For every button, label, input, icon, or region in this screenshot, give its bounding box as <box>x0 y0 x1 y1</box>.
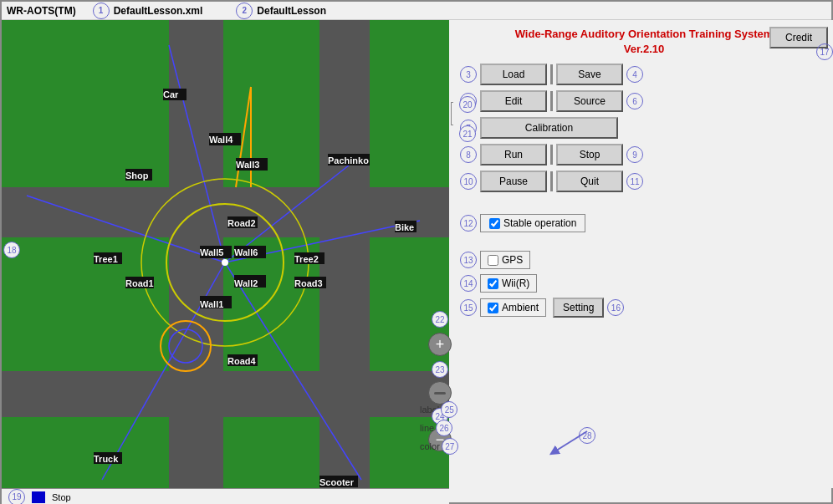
svg-text:Road4: Road4 <box>227 356 257 366</box>
num-13: 13 <box>460 252 477 268</box>
quit-button[interactable]: Quit <box>556 171 623 192</box>
num-12: 12 <box>460 215 477 232</box>
num-4: 4 <box>626 66 643 83</box>
svg-text:Wall6: Wall6 <box>234 247 258 257</box>
num-21: 21 <box>459 125 476 142</box>
map-svg: Car Shop Wall4 Wall3 Wall5 Wall6 Wall1 W… <box>2 20 449 488</box>
svg-text:Road1: Road1 <box>125 278 154 288</box>
title-bar: WR-AOTS(TM) 1 DefaultLesson.xml 2 Defaul… <box>2 2 831 20</box>
num-11: 11 <box>626 173 643 190</box>
gps-checkbox[interactable] <box>488 255 498 266</box>
num-20: 20 <box>459 96 476 113</box>
svg-text:Wall2: Wall2 <box>234 278 258 288</box>
num-6: 6 <box>626 93 643 109</box>
gps-row: 13 GPS <box>460 251 828 269</box>
num-2: 2 <box>236 3 253 19</box>
svg-text:Scooter: Scooter <box>319 477 355 487</box>
line-text: line <box>420 423 434 433</box>
num-26: 26 <box>436 420 452 436</box>
run-stop-row: 8 Run Stop 9 <box>460 144 828 165</box>
svg-rect-1 <box>2 371 449 417</box>
num-19: 19 <box>8 489 25 505</box>
edit-source-row: 5 Edit Source 6 <box>460 90 828 112</box>
svg-text:Wall4: Wall4 <box>209 135 233 145</box>
pause-button[interactable]: Pause <box>480 171 547 192</box>
wii-row: 14 Wii(R) <box>460 274 828 293</box>
svg-text:Wall1: Wall1 <box>200 299 223 309</box>
load-save-row: 3 Load Save 4 <box>460 64 828 85</box>
svg-text:Pachinko: Pachinko <box>328 155 369 165</box>
wii-label: Wii(R) <box>502 277 529 289</box>
ambient-checkbox[interactable] <box>488 303 498 313</box>
source-button[interactable]: Source <box>556 90 623 112</box>
svg-rect-3 <box>319 20 370 488</box>
stop-button[interactable]: Stop <box>556 144 623 165</box>
setting-button[interactable]: Setting <box>553 298 604 318</box>
num-18: 18 <box>3 242 20 258</box>
num-17: 17 <box>816 43 833 60</box>
svg-text:Wall5: Wall5 <box>200 247 223 257</box>
pause-quit-row: 10 Pause Quit 11 <box>460 171 828 192</box>
svg-text:Tree2: Tree2 <box>294 254 319 264</box>
file1-label: DefaultLesson.xml <box>114 5 203 17</box>
num-15: 15 <box>460 299 477 316</box>
stable-operation-row: 12 Stable operation <box>460 214 828 232</box>
file2-label: DefaultLesson <box>257 5 326 17</box>
num-28: 28 <box>579 427 595 444</box>
app-title-text: WR-AOTS(TM) <box>7 5 76 17</box>
svg-text:Bike: Bike <box>395 222 414 232</box>
calibration-button[interactable]: Calibration <box>480 117 618 139</box>
wii-checkbox[interactable] <box>488 278 498 289</box>
svg-text:Road2: Road2 <box>227 218 256 228</box>
ambient-label: Ambient <box>502 302 539 313</box>
num-23: 23 <box>432 361 448 378</box>
num-1: 1 <box>93 3 110 19</box>
svg-rect-0 <box>2 187 449 237</box>
num-22: 22 <box>432 311 448 328</box>
stable-operation-checkbox[interactable] <box>489 218 500 229</box>
svg-text:Tree1: Tree1 <box>94 254 118 264</box>
num-3: 3 <box>460 66 477 83</box>
calibration-row: 7 Calibration <box>460 117 828 139</box>
num-16: 16 <box>607 299 624 316</box>
edit-button[interactable]: Edit <box>480 90 547 112</box>
svg-text:Truck: Truck <box>94 454 119 464</box>
bottom-bar: 19 Stop <box>2 488 449 504</box>
app-window: WR-AOTS(TM) 1 DefaultLesson.xml 2 Defaul… <box>0 0 833 504</box>
stable-operation-label: Stable operation <box>503 217 576 229</box>
gps-label: GPS <box>502 254 523 266</box>
run-button[interactable]: Run <box>480 144 547 165</box>
svg-text:Road3: Road3 <box>294 278 323 288</box>
ambient-row: 15 Ambient Setting 16 <box>460 298 828 318</box>
num-27: 27 <box>442 438 458 455</box>
color-text: color <box>420 441 440 451</box>
save-button[interactable]: Save <box>556 64 623 85</box>
num-10: 10 <box>460 173 477 190</box>
svg-point-14 <box>222 259 228 266</box>
num-8: 8 <box>460 146 477 163</box>
load-button[interactable]: Load <box>480 64 547 85</box>
svg-text:Shop: Shop <box>125 171 149 181</box>
map-area[interactable]: Car Shop Wall4 Wall3 Wall5 Wall6 Wall1 W… <box>2 20 449 488</box>
stop-label: Stop <box>52 492 71 502</box>
num-14: 14 <box>460 275 477 292</box>
svg-text:Car: Car <box>163 89 179 99</box>
stop-indicator <box>32 491 45 503</box>
right-panel: Wide-Range Auditory Orientation Training… <box>453 20 833 488</box>
zoom-in-btn[interactable]: + <box>428 333 452 356</box>
num-28-arrow: 28 <box>545 427 595 463</box>
svg-text:Wall3: Wall3 <box>236 160 259 170</box>
num-9: 9 <box>626 146 643 163</box>
